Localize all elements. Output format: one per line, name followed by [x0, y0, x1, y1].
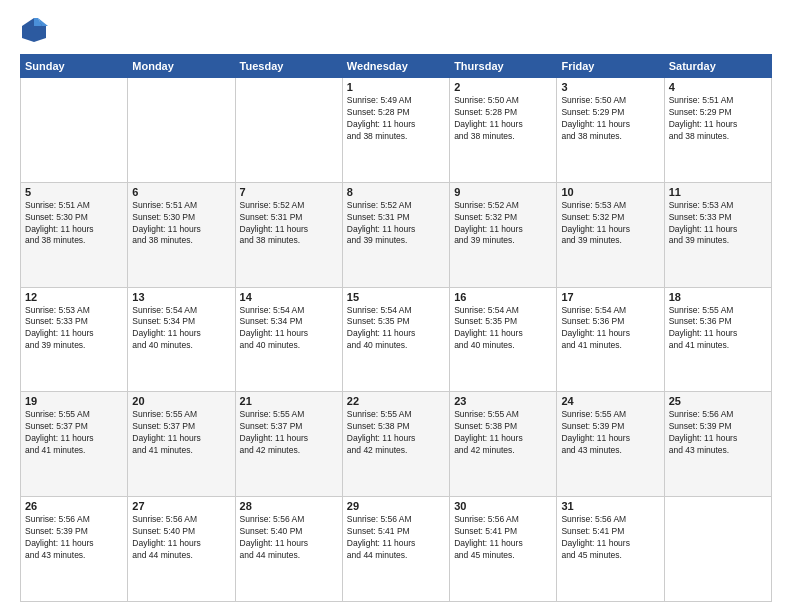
day-number: 31 — [561, 500, 659, 512]
day-info: Sunrise: 5:55 AM Sunset: 5:37 PM Dayligh… — [132, 409, 230, 457]
day-number: 12 — [25, 291, 123, 303]
day-number: 21 — [240, 395, 338, 407]
day-cell: 5Sunrise: 5:51 AM Sunset: 5:30 PM Daylig… — [21, 182, 128, 287]
day-cell: 23Sunrise: 5:55 AM Sunset: 5:38 PM Dayli… — [450, 392, 557, 497]
weekday-header-tuesday: Tuesday — [235, 55, 342, 78]
day-info: Sunrise: 5:55 AM Sunset: 5:38 PM Dayligh… — [347, 409, 445, 457]
day-info: Sunrise: 5:54 AM Sunset: 5:35 PM Dayligh… — [347, 305, 445, 353]
day-cell — [664, 497, 771, 602]
day-info: Sunrise: 5:56 AM Sunset: 5:40 PM Dayligh… — [240, 514, 338, 562]
day-cell — [21, 78, 128, 183]
day-info: Sunrise: 5:56 AM Sunset: 5:39 PM Dayligh… — [25, 514, 123, 562]
day-number: 6 — [132, 186, 230, 198]
weekday-header-friday: Friday — [557, 55, 664, 78]
day-cell: 20Sunrise: 5:55 AM Sunset: 5:37 PM Dayli… — [128, 392, 235, 497]
day-cell: 19Sunrise: 5:55 AM Sunset: 5:37 PM Dayli… — [21, 392, 128, 497]
day-info: Sunrise: 5:56 AM Sunset: 5:40 PM Dayligh… — [132, 514, 230, 562]
day-number: 30 — [454, 500, 552, 512]
day-cell: 9Sunrise: 5:52 AM Sunset: 5:32 PM Daylig… — [450, 182, 557, 287]
weekday-header-wednesday: Wednesday — [342, 55, 449, 78]
day-info: Sunrise: 5:53 AM Sunset: 5:33 PM Dayligh… — [25, 305, 123, 353]
day-cell: 26Sunrise: 5:56 AM Sunset: 5:39 PM Dayli… — [21, 497, 128, 602]
day-cell: 6Sunrise: 5:51 AM Sunset: 5:30 PM Daylig… — [128, 182, 235, 287]
weekday-header-sunday: Sunday — [21, 55, 128, 78]
day-cell: 22Sunrise: 5:55 AM Sunset: 5:38 PM Dayli… — [342, 392, 449, 497]
weekday-header-thursday: Thursday — [450, 55, 557, 78]
logo — [20, 16, 52, 44]
day-cell: 13Sunrise: 5:54 AM Sunset: 5:34 PM Dayli… — [128, 287, 235, 392]
day-number: 4 — [669, 81, 767, 93]
week-row-2: 5Sunrise: 5:51 AM Sunset: 5:30 PM Daylig… — [21, 182, 772, 287]
day-number: 3 — [561, 81, 659, 93]
day-info: Sunrise: 5:51 AM Sunset: 5:29 PM Dayligh… — [669, 95, 767, 143]
day-number: 13 — [132, 291, 230, 303]
day-info: Sunrise: 5:56 AM Sunset: 5:39 PM Dayligh… — [669, 409, 767, 457]
logo-icon — [20, 16, 48, 44]
day-info: Sunrise: 5:55 AM Sunset: 5:38 PM Dayligh… — [454, 409, 552, 457]
week-row-5: 26Sunrise: 5:56 AM Sunset: 5:39 PM Dayli… — [21, 497, 772, 602]
day-number: 24 — [561, 395, 659, 407]
day-cell — [128, 78, 235, 183]
day-cell: 12Sunrise: 5:53 AM Sunset: 5:33 PM Dayli… — [21, 287, 128, 392]
day-number: 1 — [347, 81, 445, 93]
header — [20, 16, 772, 44]
day-info: Sunrise: 5:54 AM Sunset: 5:34 PM Dayligh… — [240, 305, 338, 353]
day-number: 19 — [25, 395, 123, 407]
day-info: Sunrise: 5:50 AM Sunset: 5:28 PM Dayligh… — [454, 95, 552, 143]
day-number: 2 — [454, 81, 552, 93]
day-cell: 7Sunrise: 5:52 AM Sunset: 5:31 PM Daylig… — [235, 182, 342, 287]
day-info: Sunrise: 5:54 AM Sunset: 5:36 PM Dayligh… — [561, 305, 659, 353]
day-number: 9 — [454, 186, 552, 198]
day-cell: 27Sunrise: 5:56 AM Sunset: 5:40 PM Dayli… — [128, 497, 235, 602]
day-cell — [235, 78, 342, 183]
weekday-header-monday: Monday — [128, 55, 235, 78]
day-number: 14 — [240, 291, 338, 303]
day-cell: 15Sunrise: 5:54 AM Sunset: 5:35 PM Dayli… — [342, 287, 449, 392]
weekday-header-saturday: Saturday — [664, 55, 771, 78]
day-number: 16 — [454, 291, 552, 303]
day-cell: 1Sunrise: 5:49 AM Sunset: 5:28 PM Daylig… — [342, 78, 449, 183]
day-cell: 3Sunrise: 5:50 AM Sunset: 5:29 PM Daylig… — [557, 78, 664, 183]
day-info: Sunrise: 5:53 AM Sunset: 5:32 PM Dayligh… — [561, 200, 659, 248]
week-row-4: 19Sunrise: 5:55 AM Sunset: 5:37 PM Dayli… — [21, 392, 772, 497]
day-info: Sunrise: 5:55 AM Sunset: 5:36 PM Dayligh… — [669, 305, 767, 353]
day-number: 7 — [240, 186, 338, 198]
day-info: Sunrise: 5:52 AM Sunset: 5:31 PM Dayligh… — [240, 200, 338, 248]
day-cell: 30Sunrise: 5:56 AM Sunset: 5:41 PM Dayli… — [450, 497, 557, 602]
day-info: Sunrise: 5:52 AM Sunset: 5:31 PM Dayligh… — [347, 200, 445, 248]
day-info: Sunrise: 5:55 AM Sunset: 5:37 PM Dayligh… — [240, 409, 338, 457]
day-cell: 4Sunrise: 5:51 AM Sunset: 5:29 PM Daylig… — [664, 78, 771, 183]
calendar: SundayMondayTuesdayWednesdayThursdayFrid… — [20, 54, 772, 602]
day-number: 10 — [561, 186, 659, 198]
day-cell: 8Sunrise: 5:52 AM Sunset: 5:31 PM Daylig… — [342, 182, 449, 287]
day-cell: 28Sunrise: 5:56 AM Sunset: 5:40 PM Dayli… — [235, 497, 342, 602]
day-cell: 11Sunrise: 5:53 AM Sunset: 5:33 PM Dayli… — [664, 182, 771, 287]
day-number: 20 — [132, 395, 230, 407]
day-number: 25 — [669, 395, 767, 407]
day-info: Sunrise: 5:52 AM Sunset: 5:32 PM Dayligh… — [454, 200, 552, 248]
day-number: 22 — [347, 395, 445, 407]
day-info: Sunrise: 5:51 AM Sunset: 5:30 PM Dayligh… — [132, 200, 230, 248]
day-info: Sunrise: 5:56 AM Sunset: 5:41 PM Dayligh… — [347, 514, 445, 562]
day-info: Sunrise: 5:55 AM Sunset: 5:39 PM Dayligh… — [561, 409, 659, 457]
day-cell: 14Sunrise: 5:54 AM Sunset: 5:34 PM Dayli… — [235, 287, 342, 392]
day-number: 27 — [132, 500, 230, 512]
week-row-1: 1Sunrise: 5:49 AM Sunset: 5:28 PM Daylig… — [21, 78, 772, 183]
day-cell: 24Sunrise: 5:55 AM Sunset: 5:39 PM Dayli… — [557, 392, 664, 497]
day-cell: 10Sunrise: 5:53 AM Sunset: 5:32 PM Dayli… — [557, 182, 664, 287]
day-info: Sunrise: 5:55 AM Sunset: 5:37 PM Dayligh… — [25, 409, 123, 457]
day-info: Sunrise: 5:53 AM Sunset: 5:33 PM Dayligh… — [669, 200, 767, 248]
day-cell: 16Sunrise: 5:54 AM Sunset: 5:35 PM Dayli… — [450, 287, 557, 392]
day-number: 15 — [347, 291, 445, 303]
day-number: 5 — [25, 186, 123, 198]
day-cell: 25Sunrise: 5:56 AM Sunset: 5:39 PM Dayli… — [664, 392, 771, 497]
day-cell: 29Sunrise: 5:56 AM Sunset: 5:41 PM Dayli… — [342, 497, 449, 602]
calendar-header: SundayMondayTuesdayWednesdayThursdayFrid… — [21, 55, 772, 78]
day-info: Sunrise: 5:56 AM Sunset: 5:41 PM Dayligh… — [454, 514, 552, 562]
day-cell: 17Sunrise: 5:54 AM Sunset: 5:36 PM Dayli… — [557, 287, 664, 392]
day-number: 18 — [669, 291, 767, 303]
day-number: 8 — [347, 186, 445, 198]
day-number: 17 — [561, 291, 659, 303]
day-info: Sunrise: 5:54 AM Sunset: 5:35 PM Dayligh… — [454, 305, 552, 353]
day-number: 26 — [25, 500, 123, 512]
